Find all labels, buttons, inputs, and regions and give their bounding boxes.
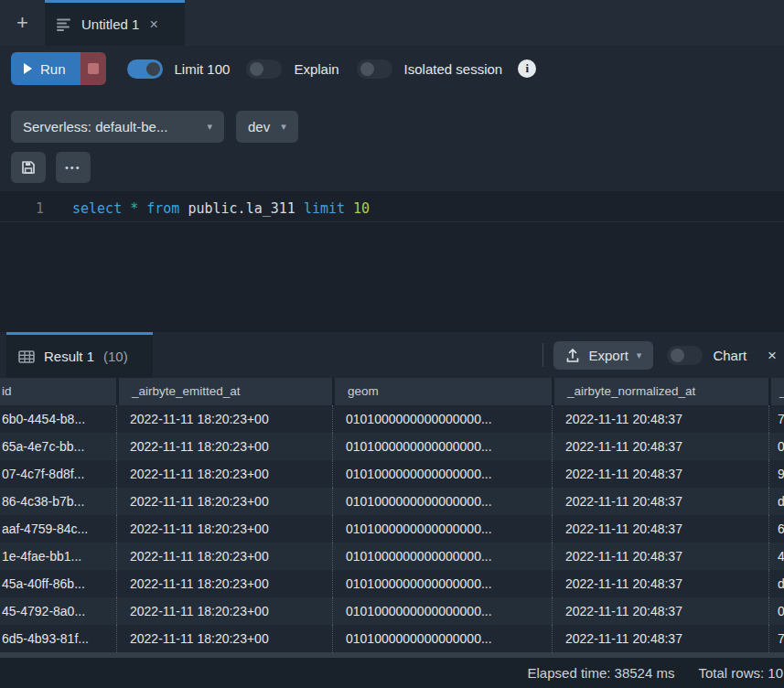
table-cell[interactable]: 0	[768, 433, 784, 460]
explain-toggle[interactable]	[246, 59, 282, 79]
table-cell[interactable]: 0101000000000000000...	[332, 433, 552, 460]
table-cell[interactable]: 07-4c7f-8d8f...	[0, 460, 116, 488]
table-row[interactable]: aaf-4759-84c...2022-11-11 18:20:23+00010…	[0, 515, 784, 543]
ellipsis-icon: •••	[65, 162, 81, 173]
table-cell[interactable]: d	[768, 570, 784, 597]
export-button[interactable]: Export ▾	[553, 341, 653, 370]
table-cell[interactable]: 1e-4fae-bb1...	[0, 543, 116, 570]
table-cell[interactable]: 9	[768, 460, 784, 488]
table-cell[interactable]: 2022-11-11 18:20:23+00	[116, 543, 332, 570]
run-label: Run	[40, 61, 66, 77]
table-cell[interactable]: 4	[768, 543, 784, 570]
table-cell[interactable]: 0	[768, 597, 784, 625]
table-cell[interactable]: 86-4c38-b7b...	[0, 488, 116, 515]
chevron-down-icon: ▾	[637, 349, 642, 361]
table-cell[interactable]: 6	[768, 515, 784, 543]
info-icon[interactable]: i	[518, 59, 536, 78]
column-header[interactable]: geom	[332, 378, 552, 405]
table-cell[interactable]: 2022-11-11 20:48:37	[552, 488, 768, 515]
table-cell[interactable]: 0101000000000000000...	[332, 597, 552, 625]
tab-bar: + Untitled 1 ×	[0, 0, 784, 46]
save-icon	[20, 159, 37, 176]
table-cell[interactable]: 7	[768, 405, 784, 433]
sql-code-editor[interactable]: 1 select * from public.la_311 limit 10	[0, 191, 784, 332]
table-row[interactable]: 6b0-4454-b8...2022-11-11 18:20:23+000101…	[0, 405, 784, 433]
sql-token-plain	[345, 200, 353, 217]
save-button[interactable]	[11, 152, 46, 183]
chart-toggle-label: Chart	[713, 348, 746, 363]
connection-row: Serverless: default-be... ▾ dev ▾	[11, 111, 773, 143]
run-button[interactable]: Run	[11, 52, 81, 85]
code-line-1: 1 select * from public.la_311 limit 10	[0, 200, 784, 222]
column-header[interactable]: _airbyte_normalized_at	[552, 378, 768, 405]
table-row[interactable]: 45a-40ff-86b...2022-11-11 18:20:23+00010…	[0, 570, 784, 597]
column-header[interactable]: id	[0, 378, 116, 405]
table-cell[interactable]: 6b0-4454-b8...	[0, 405, 116, 433]
sql-editor-window: + Untitled 1 × Run	[0, 0, 784, 688]
table-cell[interactable]: 45-4792-8a0...	[0, 597, 116, 625]
stop-button[interactable]	[81, 52, 106, 85]
table-cell[interactable]: 2022-11-11 18:20:23+00	[116, 405, 332, 433]
branch-select[interactable]: dev ▾	[236, 111, 298, 143]
table-cell[interactable]: 0101000000000000000...	[332, 625, 552, 652]
new-tab-button[interactable]: +	[0, 0, 45, 46]
table-cell[interactable]: 2022-11-11 20:48:37	[552, 460, 768, 488]
stop-icon	[88, 63, 99, 74]
isolated-session-toggle[interactable]	[357, 59, 392, 79]
table-cell[interactable]: 0101000000000000000...	[332, 570, 552, 597]
table-cell[interactable]: 2022-11-11 18:20:23+00	[116, 460, 332, 488]
table-cell[interactable]: 2022-11-11 20:48:37	[552, 597, 768, 625]
limit-toggle[interactable]	[127, 59, 163, 79]
table-row[interactable]: 6d5-4b93-81f...2022-11-11 18:20:23+00010…	[0, 625, 784, 652]
table-row[interactable]: 65a-4e7c-bb...2022-11-11 18:20:23+000101…	[0, 433, 784, 460]
tab-close-icon[interactable]: ×	[149, 17, 157, 32]
table-row[interactable]: 1e-4fae-bb1...2022-11-11 18:20:23+000101…	[0, 543, 784, 570]
sql-token-operator: *	[130, 200, 138, 217]
table-cell[interactable]: 2022-11-11 18:20:23+00	[116, 433, 332, 460]
result-tab-label: Result 1	[44, 349, 94, 364]
table-row[interactable]: 45-4792-8a0...2022-11-11 18:20:23+000101…	[0, 597, 784, 625]
table-cell[interactable]: aaf-4759-84c...	[0, 515, 116, 543]
compute-select[interactable]: Serverless: default-be... ▾	[11, 111, 224, 143]
table-cell[interactable]: 45a-40ff-86b...	[0, 570, 116, 597]
table-cell[interactable]: 65a-4e7c-bb...	[0, 433, 116, 460]
table-cell[interactable]: 2022-11-11 18:20:23+00	[116, 570, 332, 597]
table-row[interactable]: 86-4c38-b7b...2022-11-11 18:20:23+000101…	[0, 488, 784, 515]
editor-actions-row: •••	[11, 152, 773, 183]
table-cell[interactable]: 6d5-4b93-81f...	[0, 625, 116, 652]
result-tab[interactable]: Result 1 (10)	[6, 332, 153, 378]
table-cell[interactable]: 0101000000000000000...	[332, 460, 552, 488]
chevron-down-icon: ▾	[207, 121, 212, 133]
results-table: id_airbyte_emitted_atgeom_airbyte_normal…	[0, 378, 784, 658]
table-cell[interactable]: 0101000000000000000...	[332, 515, 552, 543]
sql-token-number: 10	[353, 200, 370, 217]
table-cell[interactable]: 0101000000000000000...	[332, 543, 552, 570]
chart-toggle[interactable]	[667, 346, 703, 365]
column-header[interactable]: _	[768, 378, 784, 405]
column-header[interactable]: _airbyte_emitted_at	[116, 378, 332, 405]
table-cell[interactable]: 2022-11-11 18:20:23+00	[116, 488, 332, 515]
more-options-button[interactable]: •••	[56, 152, 91, 183]
table-header-row: id_airbyte_emitted_atgeom_airbyte_normal…	[0, 378, 784, 405]
table-cell[interactable]: 7	[768, 625, 784, 652]
table-cell[interactable]: 2022-11-11 20:48:37	[552, 433, 768, 460]
limit-toggle-label: Limit 100	[175, 61, 231, 77]
table-row[interactable]: 07-4c7f-8d8f...2022-11-11 18:20:23+00010…	[0, 460, 784, 488]
results-close-icon[interactable]: ×	[768, 348, 777, 363]
sql-statement[interactable]: select * from public.la_311 limit 10	[72, 200, 370, 217]
table-cell[interactable]: 2022-11-11 18:20:23+00	[116, 597, 332, 625]
table-cell[interactable]: 2022-11-11 18:20:23+00	[116, 515, 332, 543]
table-cell[interactable]: 2022-11-11 20:48:37	[552, 515, 768, 543]
table-cell[interactable]: 2022-11-11 20:48:37	[552, 543, 768, 570]
table-cell[interactable]: 0101000000000000000...	[332, 488, 552, 515]
table-cell[interactable]: 0101000000000000000...	[332, 405, 552, 433]
table-cell[interactable]: 2022-11-11 20:48:37	[552, 405, 768, 433]
table-cell[interactable]: 2022-11-11 18:20:23+00	[116, 625, 332, 652]
chevron-down-icon: ▾	[281, 121, 286, 133]
sql-token-keyword: select	[72, 200, 122, 217]
table-cell[interactable]: d	[768, 488, 784, 515]
table-cell[interactable]: 2022-11-11 20:48:37	[552, 625, 768, 652]
tab-untitled-1[interactable]: Untitled 1 ×	[45, 0, 185, 46]
toggle-knob	[671, 349, 684, 362]
table-cell[interactable]: 2022-11-11 20:48:37	[552, 570, 768, 597]
